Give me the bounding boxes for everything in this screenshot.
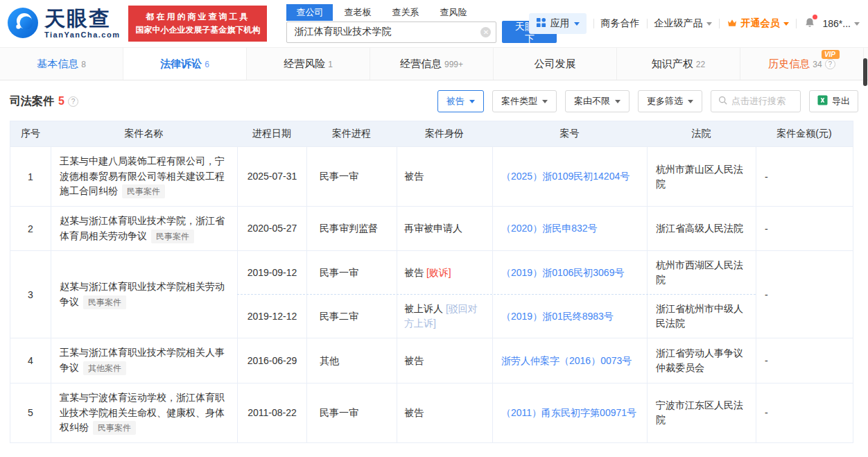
case-number-link[interactable]: （2011）甬东民初字第00971号 xyxy=(492,383,647,442)
caret-down-icon xyxy=(542,100,548,103)
case-name-cell: 赵某与浙江体育职业技术学院相关劳动争议民事案件 xyxy=(51,251,237,338)
court-name: 杭州市萧山区人民法院 xyxy=(647,147,756,206)
export-label: 导出 xyxy=(832,95,850,107)
help-icon: ? xyxy=(825,59,835,69)
case-role-cell: 被告 xyxy=(397,338,492,382)
help-icon[interactable]: ? xyxy=(68,96,78,107)
case-entry: 2019-12-12民事二审被上诉人 [驳回对方上诉]（2019）浙01民终89… xyxy=(237,294,756,338)
case-number: （2019）浙01民终8983号 xyxy=(501,309,614,324)
search-tab-查风险[interactable]: 查风险 xyxy=(430,4,476,21)
case-type-badge: 民事案件 xyxy=(83,295,126,309)
tab-count: 22 xyxy=(696,60,705,69)
case-date: 2016-06-29 xyxy=(237,338,306,382)
case-number-link[interactable]: （2019）浙0106民初3069号 xyxy=(492,251,647,294)
search-tab-查老板[interactable]: 查老板 xyxy=(334,4,381,21)
promo-line1: 都在用的商业查询工具 xyxy=(135,10,260,24)
notifications-bell[interactable] xyxy=(804,17,816,31)
tab-4[interactable]: 经营信息999+ xyxy=(370,48,494,80)
caret-down-icon xyxy=(854,22,860,26)
tab-3[interactable]: 经营风险1 xyxy=(247,48,370,80)
filter-1[interactable]: 被告 xyxy=(437,90,484,112)
case-type-badge: 民事案件 xyxy=(122,184,165,198)
tab-1[interactable]: 基本信息8 xyxy=(0,48,123,80)
scrollbar-thumb[interactable] xyxy=(863,58,867,86)
row-index: 1 xyxy=(10,147,51,206)
filter-label: 案由不限 xyxy=(574,95,610,107)
court-name: 浙江省高级人民法院 xyxy=(647,207,756,250)
table-search-input[interactable]: 点击进行搜索 xyxy=(711,90,801,112)
clear-input-icon[interactable]: ✕ xyxy=(480,27,491,37)
search-icon xyxy=(718,96,727,107)
case-role-cell: 被告 xyxy=(397,383,492,442)
tab-label: 基本信息 xyxy=(37,58,78,71)
case-number-link[interactable]: 浙劳人仲案字（2016）0073号 xyxy=(492,338,647,382)
tab-5[interactable]: 公司发展 xyxy=(494,48,617,80)
col-header-1: 序号 xyxy=(10,121,51,146)
case-type-badge: 民事案件 xyxy=(151,230,194,243)
promo-line2: 国家中小企业发展子基金旗下机构 xyxy=(135,24,260,37)
company-search-input[interactable] xyxy=(286,21,496,43)
vip-label: 开通会员 xyxy=(741,17,780,30)
case-number: （2011）甬东民初字第00971号 xyxy=(501,406,636,420)
court-name: 宁波市江东区人民法院 xyxy=(647,383,756,442)
col-header-6: 案号 xyxy=(492,121,647,146)
case-amount: - xyxy=(756,383,853,442)
case-name-cell: 王某与中建八局装饰工程有限公司，宁波德相泰贸易有限公司等相关建设工程施工合同纠纷… xyxy=(51,147,237,206)
case-name: 王某与浙江体育职业技术学院相关人事争议其他案件 xyxy=(60,345,229,375)
case-number: （2019）浙0106民初3069号 xyxy=(501,266,624,280)
case-role: 被告 xyxy=(404,406,424,420)
filter-2[interactable]: 案件类型 xyxy=(492,90,557,112)
row-index: 4 xyxy=(10,338,51,382)
export-button[interactable]: 导出 xyxy=(809,90,858,112)
case-number: （2025）浙0109民初14204号 xyxy=(501,169,630,184)
case-number-link[interactable]: （2019）浙01民终8983号 xyxy=(492,295,647,338)
case-stage: 民事一审 xyxy=(306,383,397,442)
case-name-cell: 赵某与浙江体育职业技术学院，浙江省体育局相关劳动争议民事案件 xyxy=(51,207,237,250)
tab-label: 公司发展 xyxy=(535,58,576,71)
case-entry: 2019-09-12民事一审被告 [败诉]（2019）浙0106民初3069号杭… xyxy=(237,251,756,294)
case-stage: 民事二审 xyxy=(306,295,397,338)
logo-swirl-icon xyxy=(7,7,39,41)
table-header: 序号案件名称进程日期案件进程案件身份案号法院案件金额(元) xyxy=(10,121,853,146)
caret-down-icon xyxy=(688,100,693,103)
app-grid-icon xyxy=(536,17,546,30)
case-entry: 2025-07-31民事一审被告（2025）浙0109民初14204号杭州市萧山… xyxy=(237,147,756,206)
search-tab-查公司[interactable]: 查公司 xyxy=(286,4,333,21)
nav-enterprise-products[interactable]: 企业级产品 xyxy=(654,17,712,30)
case-number: （2020）浙民申832号 xyxy=(501,221,598,236)
case-name: 宣某与宁波体育运动学校，浙江体育职业技术学院相关生命权、健康权、身体权纠纷民事案… xyxy=(60,390,229,436)
tab-6[interactable]: 知识产权22 xyxy=(617,48,740,80)
case-count: 5 xyxy=(58,95,64,107)
page-tabs: 基本信息8法律诉讼6经营风险1经营信息999+公司发展知识产权22历史信息34V… xyxy=(0,47,868,80)
case-role-cell: 被上诉人 [驳回对方上诉] xyxy=(397,295,492,338)
case-name: 赵某与浙江体育职业技术学院相关劳动争议民事案件 xyxy=(60,279,229,309)
tab-count: 1 xyxy=(328,60,333,69)
top-header: 天眼查 TianYanCha.com 都在用的商业查询工具 国家中小企业发展子基… xyxy=(0,0,868,47)
court-name: 浙江省劳动人事争议仲裁委员会 xyxy=(647,338,756,382)
case-number: 浙劳人仲案字（2016）0073号 xyxy=(501,354,632,368)
col-header-4: 案件进程 xyxy=(306,121,397,146)
row-index: 5 xyxy=(10,383,51,442)
case-role: 被上诉人 [驳回对方上诉] xyxy=(404,302,484,331)
case-number-link[interactable]: （2020）浙民申832号 xyxy=(492,207,647,250)
nav-business-cooperation[interactable]: 商务合作 xyxy=(601,17,640,30)
case-role: 被告 xyxy=(404,169,424,184)
case-entries: 2020-05-27民事审判监督再审被申请人（2020）浙民申832号浙江省高级… xyxy=(237,207,756,250)
filter-4[interactable]: 更多筛选 xyxy=(638,90,702,112)
filter-label: 更多筛选 xyxy=(647,95,683,107)
tab-7[interactable]: 历史信息34VIP? xyxy=(740,48,864,80)
filter-3[interactable]: 案由不限 xyxy=(565,90,630,112)
excel-icon xyxy=(817,95,828,107)
nav-open-vip[interactable]: 开通会员 xyxy=(727,17,789,31)
tab-2[interactable]: 法律诉讼6 xyxy=(123,48,247,80)
bell-icon xyxy=(804,20,816,31)
search-tab-查关系[interactable]: 查关系 xyxy=(382,4,428,21)
account-menu[interactable]: 186*... xyxy=(823,18,860,29)
col-header-3: 进程日期 xyxy=(237,121,306,146)
apps-menu[interactable]: 应用 xyxy=(529,13,587,34)
tianyancha-logo[interactable]: 天眼查 TianYanCha.com xyxy=(7,7,120,41)
case-number-link[interactable]: （2025）浙0109民初14204号 xyxy=(492,147,647,206)
table-row: 2赵某与浙江体育职业技术学院，浙江省体育局相关劳动争议民事案件2020-05-2… xyxy=(10,206,853,250)
promo-banner: 都在用的商业查询工具 国家中小企业发展子基金旗下机构 xyxy=(128,6,267,42)
case-date: 2011-08-22 xyxy=(237,383,306,442)
